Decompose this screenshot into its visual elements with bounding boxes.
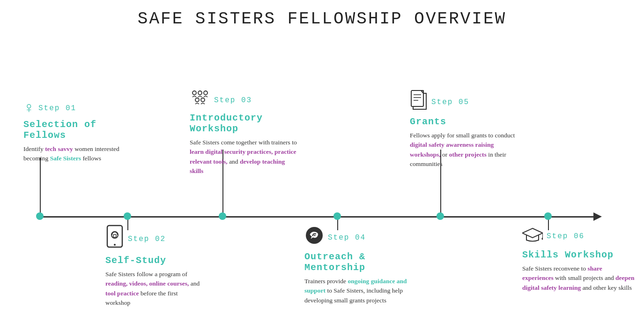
svg-point-8 <box>201 98 205 102</box>
dot-4 <box>333 212 341 220</box>
step-01-title: Selection of Fellows <box>23 119 122 141</box>
step-02-highlight-2: tool practice <box>105 290 139 297</box>
step-01-desc: Identify tech savvy women interested bec… <box>23 144 122 164</box>
step-06-title: Skills Workshop <box>522 249 635 260</box>
dot-5 <box>437 212 444 220</box>
timeline-arrow <box>593 212 602 221</box>
svg-point-10 <box>312 235 314 236</box>
svg-point-6 <box>204 91 207 95</box>
step-04-label: Step 04 <box>328 234 366 242</box>
step-01: ♀ Step 01 Selection of Fellows Identify … <box>23 99 122 164</box>
dot-6 <box>544 212 552 220</box>
step-05-label: Step 05 <box>431 98 469 106</box>
svg-rect-2 <box>113 234 116 237</box>
phone-lock-icon <box>105 225 124 252</box>
step-02-label: Step 02 <box>128 235 166 243</box>
svg-point-4 <box>192 91 196 95</box>
svg-marker-16 <box>522 228 543 238</box>
step-02: Step 02 Self-Study Safe Sisters follow a… <box>105 225 204 308</box>
step-03-label: Step 03 <box>214 96 252 105</box>
female-symbol-icon: ♀ <box>23 99 35 116</box>
step-03-desc: Safe Sisters come together with trainers… <box>190 138 300 176</box>
page-title: Safe Sisters Fellowship Overview <box>19 9 625 29</box>
step-05: Step 05 Grants Fellows apply for small g… <box>410 90 522 169</box>
document-icon <box>410 90 428 113</box>
step-02-desc: Safe Sisters follow a program of reading… <box>105 270 204 308</box>
svg-point-7 <box>195 98 199 102</box>
step-02-title: Self-Study <box>105 255 204 266</box>
step-02-highlight-1: reading, videos, online courses, <box>105 280 189 287</box>
step-03-title: Introductory Workshop <box>190 113 300 134</box>
dot-1 <box>36 212 44 220</box>
step-05-desc: Fellows apply for small grants to conduc… <box>410 131 522 169</box>
dot-3 <box>219 212 226 220</box>
step-04-highlight-1: ongoing guidance and support <box>304 278 407 294</box>
step-01-label: Step 01 <box>38 104 76 113</box>
step-01-highlight-2: Safe Sisters <box>50 155 81 162</box>
step-04: Step 04 Outreach & Mentorship Trainers p… <box>304 226 412 305</box>
step-04-desc: Trainers provide ongoing guidance and su… <box>304 277 412 305</box>
svg-point-11 <box>314 235 316 236</box>
step-06: Step 06 Skills Workshop Safe Sisters rec… <box>522 225 635 293</box>
step-05-title: Grants <box>410 116 522 127</box>
svg-rect-12 <box>411 90 423 106</box>
group-icon <box>190 90 210 110</box>
page: Safe Sisters Fellowship Overview ♀ Step … <box>0 0 644 324</box>
step-06-highlight-1: share experiences <box>522 265 602 281</box>
svg-point-5 <box>198 91 202 95</box>
graduation-icon <box>522 225 543 247</box>
svg-point-3 <box>114 244 116 246</box>
vline-1 <box>40 158 41 213</box>
svg-point-18 <box>542 238 543 240</box>
step-01-highlight-1: tech savvy <box>45 145 73 152</box>
dot-2 <box>124 212 131 220</box>
chat-icon <box>304 226 324 249</box>
timeline-area: ♀ Step 01 Selection of Fellows Identify … <box>19 43 625 305</box>
step-03: Step 03 Introductory Workshop Safe Siste… <box>190 90 300 176</box>
step-04-title: Outreach & Mentorship <box>304 251 412 273</box>
step-05-highlight-2: other projects <box>449 151 487 158</box>
step-06-label: Step 06 <box>547 232 585 241</box>
step-06-desc: Safe Sisters reconvene to share experien… <box>522 264 635 293</box>
